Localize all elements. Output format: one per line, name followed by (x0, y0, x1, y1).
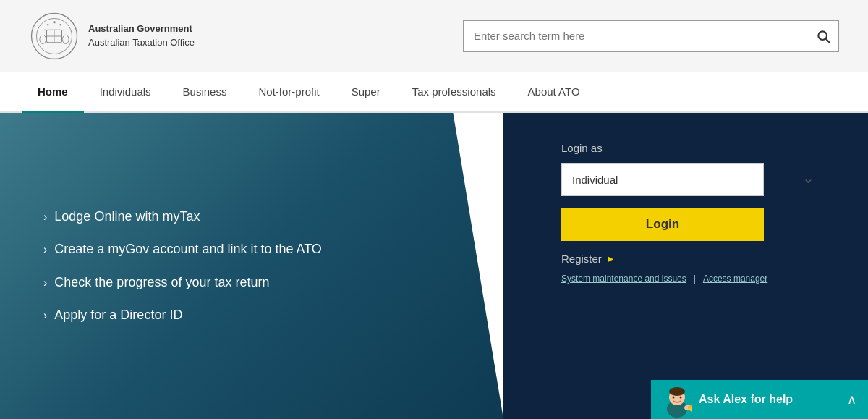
ask-alex-text: Ask Alex for help (699, 393, 793, 406)
search-icon (816, 29, 830, 43)
svg-point-6 (62, 35, 69, 43)
hero-link-mygov[interactable]: › Create a myGov account and link it to … (43, 240, 460, 258)
login-label: Login as (561, 142, 825, 154)
svg-point-7 (53, 21, 56, 24)
dept-name: Australian Taxation Office (88, 36, 195, 49)
mygov-link[interactable]: Create a myGov account and link it to th… (54, 240, 322, 258)
register-arrow-icon: ► (606, 253, 616, 264)
alex-avatar: 👋 (663, 381, 692, 418)
svg-line-13 (825, 38, 829, 42)
nav-item-business[interactable]: Business (167, 72, 243, 113)
government-crest (29, 11, 80, 62)
svg-point-16 (669, 387, 685, 396)
director-id-link[interactable]: Apply for a Director ID (54, 306, 182, 324)
svg-point-9 (59, 23, 61, 25)
hero-link-progress[interactable]: › Check the progress of your tax return (43, 274, 460, 292)
hero-link-director-id[interactable]: › Apply for a Director ID (43, 306, 460, 324)
search-button[interactable] (807, 20, 839, 52)
nav-item-about-ato[interactable]: About ATO (512, 72, 596, 113)
nav-item-home[interactable]: Home (22, 72, 84, 113)
svg-point-11 (63, 29, 64, 30)
login-select-wrapper: Individual Business Tax professional (561, 163, 825, 196)
nav-item-tax-professionals[interactable]: Tax professionals (396, 72, 512, 113)
progress-link[interactable]: Check the progress of your tax return (54, 274, 269, 292)
hero-link-lodge[interactable]: › Lodge Online with myTax (43, 208, 460, 226)
svg-point-5 (40, 35, 46, 43)
svg-point-8 (47, 23, 49, 25)
logo-area: Australian Government Australian Taxatio… (29, 11, 195, 62)
government-name: Australian Government (88, 22, 195, 35)
nav-item-not-for-profit[interactable]: Not-for-profit (242, 72, 335, 113)
search-input[interactable] (463, 20, 807, 52)
register-link[interactable]: Register ► (561, 253, 825, 265)
logo-text: Australian Government Australian Taxatio… (88, 22, 195, 48)
chevron-icon-mygov: › (43, 242, 47, 258)
search-area (463, 20, 839, 52)
ask-alex-content: 👋 Ask Alex for help (663, 381, 793, 418)
main-nav: Home Individuals Business Not-for-profit… (0, 72, 868, 113)
access-manager-link[interactable]: Access manager (703, 274, 767, 284)
system-maintenance-link[interactable]: System maintenance and issues (561, 274, 686, 284)
login-type-select[interactable]: Individual Business Tax professional (561, 163, 764, 196)
svg-point-17 (673, 397, 675, 399)
chevron-icon-director: › (43, 308, 47, 323)
hero-section: › Lodge Online with myTax › Create a myG… (0, 113, 868, 419)
nav-item-individuals[interactable]: Individuals (84, 72, 167, 113)
nav-item-super[interactable]: Super (336, 72, 396, 113)
svg-point-18 (680, 397, 682, 399)
hero-left-panel: › Lodge Online with myTax › Create a myG… (0, 113, 503, 419)
hero-right-panel: Login as Individual Business Tax profess… (503, 113, 868, 419)
ask-alex-panel[interactable]: 👋 Ask Alex for help ∧ (651, 380, 868, 419)
lodge-link[interactable]: Lodge Online with myTax (54, 208, 200, 226)
site-header: Australian Government Australian Taxatio… (0, 0, 868, 72)
login-button[interactable]: Login (561, 208, 764, 241)
link-separator: | (694, 274, 696, 284)
chevron-icon-progress: › (43, 275, 47, 291)
svg-point-10 (44, 29, 46, 30)
ask-alex-chevron-icon: ∧ (847, 392, 856, 407)
svg-text:👋: 👋 (686, 403, 692, 412)
chevron-icon-lodge: › (43, 209, 47, 225)
bottom-links: System maintenance and issues | Access m… (561, 274, 825, 284)
